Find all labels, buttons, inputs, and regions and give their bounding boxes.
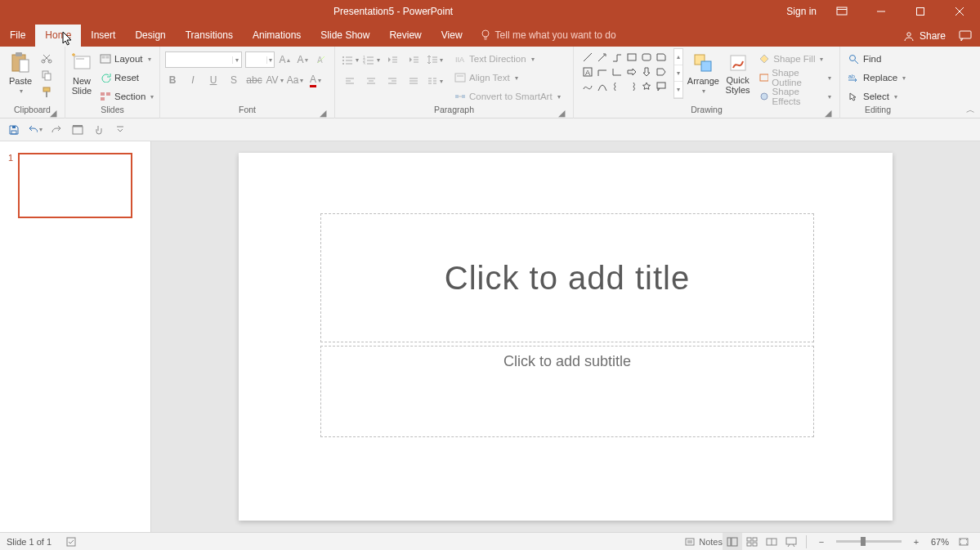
shape-blockarrow2-icon[interactable] <box>639 65 653 78</box>
minimize-button[interactable] <box>867 0 895 23</box>
close-button[interactable] <box>946 0 973 23</box>
touch-mode-icon[interactable] <box>92 123 106 137</box>
zoom-slider[interactable] <box>836 540 902 543</box>
redo-icon[interactable] <box>49 123 64 137</box>
font-size-combo[interactable]: ▾ <box>245 51 275 68</box>
slide-thumbnail-pane[interactable]: 1 <box>0 141 151 532</box>
bullets-button[interactable]: ▾ <box>340 51 360 68</box>
notes-button[interactable]: Notes <box>684 533 723 551</box>
font-name-combo[interactable]: ▾ <box>165 51 242 68</box>
font-color-button[interactable]: A▾ <box>308 73 323 87</box>
replace-button[interactable]: abReplace▾ <box>845 69 909 86</box>
strikethrough-button[interactable]: abc <box>247 73 262 87</box>
quick-styles-button[interactable]: Quick Styles <box>723 48 753 95</box>
convert-smartart-button[interactable]: Convert to SmartArt▾ <box>451 88 564 105</box>
gallery-scroll[interactable]: ▴▾▾ <box>673 48 683 99</box>
increase-font-icon[interactable]: A▲ <box>278 52 293 67</box>
columns-button[interactable]: ▾ <box>425 73 445 89</box>
justify-button[interactable] <box>404 73 423 89</box>
spell-check-icon[interactable] <box>61 533 81 551</box>
title-placeholder[interactable]: Click to add title <box>320 213 814 342</box>
arrange-button[interactable]: Arrange▾ <box>687 48 720 95</box>
reset-button[interactable]: Reset <box>96 69 157 86</box>
shape-connector-icon[interactable] <box>610 50 624 64</box>
fit-to-window-icon[interactable] <box>954 533 973 551</box>
shape-fill-button[interactable]: Shape Fill▾ <box>755 51 835 67</box>
undo-icon[interactable]: ▾ <box>28 123 43 137</box>
numbering-button[interactable]: 123▾ <box>361 51 381 68</box>
find-button[interactable]: Find <box>845 51 909 67</box>
shape-elbow-icon[interactable] <box>595 65 609 78</box>
paste-button[interactable]: Paste ▾ <box>5 48 36 95</box>
decrease-font-icon[interactable]: A▼ <box>296 52 311 67</box>
select-button[interactable]: Select▾ <box>845 88 909 105</box>
subtitle-placeholder[interactable]: Click to add subtitle <box>320 346 814 437</box>
zoom-out-button[interactable]: − <box>812 533 831 551</box>
increase-indent-button[interactable] <box>404 51 423 68</box>
italic-button[interactable]: I <box>186 73 200 87</box>
shape-brace-icon[interactable] <box>610 79 624 93</box>
font-launcher[interactable]: ◢ <box>318 108 328 118</box>
text-direction-button[interactable]: IIAText Direction▾ <box>451 51 564 67</box>
paragraph-launcher[interactable]: ◢ <box>557 108 566 118</box>
align-left-button[interactable] <box>340 73 360 89</box>
slide-thumbnail-1[interactable] <box>18 153 132 218</box>
shape-brace2-icon[interactable] <box>624 79 638 93</box>
tab-view[interactable]: View <box>432 25 472 47</box>
shape-pentagon-icon[interactable] <box>654 65 668 78</box>
char-spacing-button[interactable]: AV▾ <box>267 73 282 87</box>
new-slide-button[interactable]: New Slide <box>70 48 93 96</box>
align-right-button[interactable] <box>383 73 402 89</box>
shape-freeform-icon[interactable] <box>580 79 594 93</box>
copy-button[interactable] <box>39 68 54 83</box>
slide-sorter-icon[interactable] <box>742 533 762 551</box>
save-icon[interactable] <box>7 123 21 137</box>
shape-star-icon[interactable] <box>639 79 653 93</box>
shape-rect-icon[interactable] <box>624 50 638 64</box>
sign-in-link[interactable]: Sign in <box>786 6 817 17</box>
ribbon-display-options-icon[interactable] <box>828 0 856 23</box>
shape-snip-icon[interactable] <box>654 50 668 64</box>
shadow-button[interactable]: S <box>226 73 241 87</box>
normal-view-icon[interactable] <box>723 533 742 551</box>
comments-icon[interactable] <box>959 30 972 42</box>
drawing-launcher[interactable]: ◢ <box>823 108 833 118</box>
shape-blockarrow-icon[interactable] <box>624 65 638 78</box>
tab-slideshow[interactable]: Slide Show <box>311 25 379 47</box>
shape-outline-button[interactable]: Shape Outline▾ <box>755 69 835 86</box>
tab-design[interactable]: Design <box>125 25 175 47</box>
section-button[interactable]: Section▾ <box>96 88 157 105</box>
collapse-ribbon-icon[interactable]: ︿ <box>966 104 975 116</box>
tab-file[interactable]: File <box>0 25 35 47</box>
align-text-button[interactable]: Align Text▾ <box>451 69 564 86</box>
slide-canvas-area[interactable]: Click to add title Click to add subtitle <box>151 141 980 532</box>
shape-arrow-icon[interactable] <box>595 50 609 64</box>
shape-textbox-icon[interactable]: A <box>580 65 594 78</box>
shape-effects-button[interactable]: Shape Effects▾ <box>755 88 835 105</box>
format-painter-button[interactable] <box>39 85 54 100</box>
zoom-level[interactable]: 67% <box>931 537 949 547</box>
clipboard-launcher[interactable]: ◢ <box>48 108 58 118</box>
clear-formatting-icon[interactable]: A <box>314 52 329 67</box>
decrease-indent-button[interactable] <box>383 51 402 68</box>
shape-callout-icon[interactable] <box>654 79 668 93</box>
shape-line-icon[interactable] <box>580 50 594 64</box>
tab-animations[interactable]: Animations <box>243 25 311 47</box>
shape-curve-icon[interactable] <box>595 79 609 93</box>
change-case-button[interactable]: Aa▾ <box>288 73 302 87</box>
slide-counter[interactable]: Slide 1 of 1 <box>7 537 51 547</box>
tab-home[interactable]: Home <box>35 25 81 47</box>
tell-me-search[interactable]: Tell me what you want to do <box>472 25 624 47</box>
shapes-gallery[interactable]: A <box>579 48 673 99</box>
shape-elbow2-icon[interactable] <box>610 65 624 78</box>
tab-insert[interactable]: Insert <box>81 25 125 47</box>
share-button[interactable]: Share <box>920 30 946 42</box>
align-center-button[interactable] <box>361 73 381 89</box>
cut-button[interactable] <box>39 51 54 65</box>
tab-transitions[interactable]: Transitions <box>176 25 243 47</box>
line-spacing-button[interactable]: ▾ <box>425 51 445 68</box>
underline-button[interactable]: U <box>206 73 221 87</box>
qat-customize-icon[interactable] <box>113 123 128 137</box>
tab-review[interactable]: Review <box>379 25 431 47</box>
layout-button[interactable]: Layout▾ <box>96 51 157 67</box>
